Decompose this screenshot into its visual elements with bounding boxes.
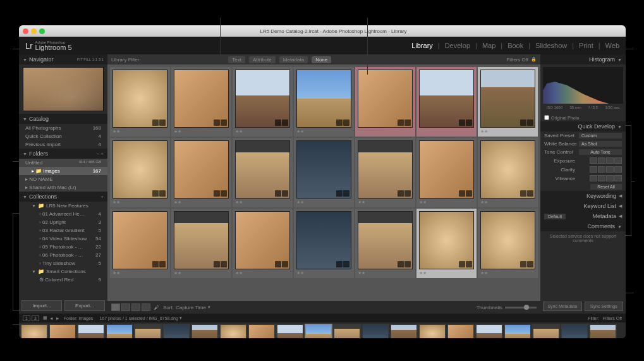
screen-2-button[interactable]: 2 [32, 315, 39, 321]
catalog-row[interactable]: Previous Import4 [19, 140, 107, 149]
filmstrip-thumb[interactable]: ★★★★ [390, 324, 418, 338]
minimize-icon[interactable] [31, 28, 37, 34]
filters-off-dropdown[interactable]: Filters Off [603, 316, 622, 321]
smart-collection-row[interactable]: ⚙ Colored Red9 [19, 276, 107, 284]
comments-header[interactable]: Comments▼ [540, 221, 626, 231]
collection-row[interactable]: ▫ 05 Photobook - …22 [19, 243, 107, 251]
grid-cell[interactable]: 74★★ [171, 209, 231, 278]
grid-cell[interactable]: ★★ [478, 209, 538, 278]
filters-off[interactable]: Filters Off [506, 57, 528, 63]
compare-view-icon[interactable] [131, 303, 140, 311]
filmstrip-thumb[interactable]: ★★★★ [305, 324, 332, 338]
module-develop[interactable]: Develop [445, 42, 470, 49]
quick-develop-header[interactable]: Quick Develop▼ [540, 121, 626, 132]
original-photo-checkbox[interactable]: Original Photo [540, 114, 626, 121]
back-icon[interactable]: ◄ [49, 316, 54, 321]
collection-set[interactable]: ▼📁 LR5 New Features [19, 202, 107, 210]
sync-settings-button[interactable]: Sync Settings [585, 302, 624, 311]
module-slideshow[interactable]: Slideshow [535, 42, 567, 49]
auto-tone-button[interactable]: Auto Tone [579, 149, 622, 155]
collection-row[interactable]: ▫ 02 Upright3 [19, 218, 107, 226]
filmstrip-thumb[interactable]: ★★★★ [561, 324, 588, 338]
navigator-preview[interactable] [23, 67, 104, 111]
folder-row[interactable]: ▸ 📁 Images167 [19, 167, 107, 175]
collection-row[interactable]: ▫ 01 Advanced He…4 [19, 210, 107, 218]
dropdown-icon[interactable]: ▾ [208, 305, 210, 310]
screen-1-button[interactable]: 1 [23, 315, 30, 321]
grid-cell[interactable]: 72★★ [416, 138, 477, 207]
grid-cell[interactable]: 70★★ [294, 138, 354, 207]
module-library[interactable]: Library [411, 42, 433, 49]
folders-header[interactable]: ▼Folders − + [19, 149, 107, 159]
grid-cell[interactable]: 65★★ [355, 67, 415, 137]
histogram-display[interactable]: ISO 160035 mmf / 3.51/30 sec [543, 67, 623, 111]
sync-metadata-button[interactable]: Sync Metadata [543, 302, 582, 311]
grid-cell[interactable]: 75★★ [233, 209, 293, 278]
export-button[interactable]: Export... [64, 300, 105, 311]
filmstrip-thumb[interactable]: ★★★★ [134, 324, 162, 338]
filmstrip-thumb[interactable]: ★★★★ [219, 324, 247, 338]
dropdown-icon[interactable]: ▾ [179, 315, 182, 321]
catalog-header[interactable]: ▼Catalog [19, 114, 107, 124]
filmstrip[interactable]: ★★★★★★★★★★★★★★★★★★★★★★★★★★★★★★★★★★★★★★★★… [19, 322, 626, 338]
grid-cell[interactable]: 64★★ [294, 67, 354, 137]
filmstrip-thumb[interactable]: ★★★★ [248, 324, 276, 338]
metadata-header[interactable]: DefaultMetadata◀ [540, 211, 626, 221]
close-icon[interactable] [23, 28, 28, 34]
grid-cell[interactable]: ★★ [478, 67, 538, 137]
collection-row[interactable]: ▫ 06 Photobook - …27 [19, 251, 107, 259]
grid-nav-icon[interactable]: ▦ [43, 315, 47, 321]
filmstrip-thumb[interactable]: ★★★★ [276, 324, 304, 338]
forward-icon[interactable]: ► [56, 316, 60, 321]
filmstrip-thumb[interactable]: ★★★★ [49, 324, 76, 338]
filmstrip-thumb[interactable]: ★★★★ [532, 324, 560, 338]
collection-row[interactable]: ▫ 04 Video Slideshow54 [19, 235, 107, 243]
filmstrip-thumb[interactable]: ★★★★ [447, 324, 475, 338]
thumbnail-grid[interactable]: 61★★62★★63★★64★★65★★66★★★★67★★68★★69★★70… [107, 64, 540, 301]
saved-preset-row[interactable]: Saved Preset Custom [540, 132, 626, 140]
filter-tab-attribute[interactable]: Attribute [249, 56, 276, 63]
painter-icon[interactable]: 🖌 [154, 305, 159, 310]
thumbnail-size-slider[interactable] [505, 307, 537, 309]
grid-cell[interactable]: 63★★ [233, 67, 293, 137]
module-map[interactable]: Map [482, 42, 495, 49]
survey-view-icon[interactable] [142, 303, 150, 311]
filmstrip-thumb[interactable]: ★★★★ [361, 324, 389, 338]
reset-all-button[interactable]: Reset All [590, 184, 622, 190]
grid-cell[interactable]: 71★★ [355, 138, 415, 207]
white-balance-row[interactable]: White Balance As Shot [540, 140, 626, 148]
filmstrip-thumb[interactable]: ★★★★ [418, 324, 446, 338]
folder-path[interactable]: Folder: Images [64, 316, 94, 321]
filter-tab-metadata[interactable]: Metadata [279, 56, 308, 63]
grid-cell[interactable]: 76★★ [294, 209, 354, 278]
grid-cell[interactable]: 78★★ [416, 209, 477, 278]
filmstrip-thumb[interactable]: ★★★★ [20, 324, 48, 338]
filmstrip-thumb[interactable]: ★★★★ [191, 324, 219, 338]
filmstrip-thumb[interactable]: ★★★★ [504, 324, 532, 338]
grid-view-icon[interactable] [111, 303, 120, 311]
module-web[interactable]: Web [605, 42, 619, 49]
catalog-row[interactable]: Quick Collection4 [19, 132, 107, 140]
filmstrip-thumb[interactable]: ★★★★ [162, 324, 190, 338]
grid-cell[interactable]: 67★★ [110, 138, 170, 207]
module-print[interactable]: Print [579, 42, 593, 49]
zoom-icon[interactable] [39, 28, 45, 34]
collection-row[interactable]: ▫ Tiny slideshow5 [19, 259, 107, 267]
keywording-header[interactable]: Keywording◀ [540, 191, 626, 201]
filmstrip-thumb[interactable]: ★★★★ [333, 324, 361, 338]
filmstrip-thumb[interactable]: ★★★★ [589, 324, 617, 338]
smart-collections[interactable]: ▼📁 Smart Collections [19, 267, 107, 276]
grid-cell[interactable]: 69★★ [233, 138, 293, 207]
import-button[interactable]: Import... [21, 300, 62, 311]
volume-row[interactable]: ▸ NO NAME [19, 175, 107, 183]
volume-row[interactable]: ▸ Shared with Mac (Lr) [19, 183, 107, 192]
sort-value[interactable]: Capture Time [176, 305, 206, 310]
grid-cell[interactable]: ★★ [478, 138, 538, 207]
navigator-modes[interactable]: FIT FILL 1:1 3:1 [77, 58, 104, 61]
filmstrip-thumb[interactable]: ★★★★ [77, 324, 105, 338]
collections-header[interactable]: ▼Collections + [19, 192, 107, 202]
keyword-list-header[interactable]: Keyword List◀ [540, 201, 626, 211]
collection-row[interactable]: ▫ 03 Radial Gradient5 [19, 226, 107, 235]
navigator-header[interactable]: ▼Navigator FIT FILL 1:1 3:1 [19, 54, 107, 64]
module-book[interactable]: Book [507, 42, 523, 49]
